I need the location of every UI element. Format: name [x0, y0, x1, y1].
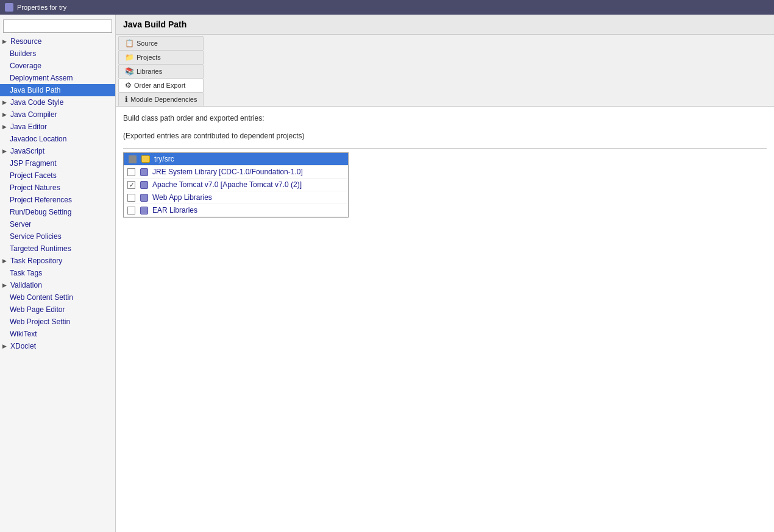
classpath-item-apache-tomcat[interactable]: ✓Apache Tomcat v7.0 [Apache Tomcat v7.0 …	[124, 179, 348, 191]
tab-icon-module-dependencies: ℹ	[125, 95, 128, 104]
tab-projects[interactable]: 📁Projects	[118, 50, 204, 64]
sidebar-item-builders[interactable]: Builders	[0, 48, 115, 60]
sidebar-item-javadoc-location[interactable]: Javadoc Location	[0, 133, 115, 145]
sidebar-item-deployment-assembly[interactable]: Deployment Assem	[0, 72, 115, 84]
tab-libraries[interactable]: 📚Libraries	[118, 64, 204, 78]
sidebar-item-targeted-runtimes[interactable]: Targeted Runtimes	[0, 243, 115, 255]
sidebar-item-service-policies[interactable]: Service Policies	[0, 230, 115, 243]
src-icon	[127, 155, 137, 163]
sidebar-item-label: Java Build Path	[10, 86, 60, 94]
sidebar-item-label: Validation	[10, 281, 42, 289]
sidebar-item-label: Project Natures	[10, 183, 60, 192]
sidebar-item-label: Task Repository	[10, 257, 62, 265]
sidebar-item-javascript[interactable]: ▶JavaScript	[0, 145, 115, 157]
sidebar-item-label: XDoclet	[10, 342, 36, 350]
lib-icon-try-src	[141, 155, 151, 163]
sidebar-item-java-build-path[interactable]: Java Build Path	[0, 84, 115, 96]
tab-icon-source: 📋	[125, 39, 134, 48]
tab-icon-projects: 📁	[125, 53, 134, 62]
sidebar-item-web-project-settings[interactable]: Web Project Settin	[0, 316, 115, 328]
expand-arrow-icon: ▶	[2, 343, 7, 349]
sidebar-item-java-editor[interactable]: ▶Java Editor	[0, 121, 115, 133]
sidebar-item-jsp-fragment[interactable]: JSP Fragment	[0, 157, 115, 169]
classpath-item-label-try-src: try/src	[154, 155, 174, 163]
sidebar-search-input[interactable]	[3, 20, 112, 33]
classpath-item-ear-libs[interactable]: EAR Libraries	[124, 204, 348, 217]
main-content: Java Build Path 📋Source📁Projects📚Librari…	[116, 15, 774, 532]
sidebar-item-java-compiler[interactable]: ▶Java Compiler	[0, 108, 115, 121]
sidebar-item-label: Server	[10, 220, 31, 229]
lib-icon-jre-system	[139, 168, 149, 176]
sidebar-item-label: Run/Debug Setting	[10, 208, 71, 216]
sidebar-item-validation[interactable]: ▶Validation	[0, 279, 115, 291]
tab-label-libraries: Libraries	[137, 68, 162, 75]
sidebar-item-xdoclet[interactable]: ▶XDoclet	[0, 340, 115, 352]
sidebar-item-label: Builders	[10, 49, 36, 58]
tab-source[interactable]: 📋Source	[118, 36, 204, 50]
sidebar-item-label: JavaScript	[10, 147, 44, 155]
lib-icon-apache-tomcat	[139, 180, 149, 189]
sidebar-item-label: Task Tags	[10, 269, 42, 277]
tabs-bar: 📋Source📁Projects📚Libraries⚙Order and Exp…	[116, 35, 774, 107]
description-line2: (Exported entries are contributed to dep…	[123, 130, 767, 142]
sidebar-item-label: Web Content Settin	[10, 293, 73, 302]
sidebar-item-project-facets[interactable]: Project Facets	[0, 169, 115, 182]
tab-label-order-export: Order and Export	[134, 82, 185, 89]
expand-arrow-icon: ▶	[2, 148, 7, 154]
classpath-item-web-app-libs[interactable]: Web App Libraries	[124, 191, 348, 204]
checkbox-jre-system[interactable]	[127, 168, 135, 176]
expand-arrow-icon: ▶	[2, 282, 7, 288]
checkbox-ear-libs[interactable]	[127, 207, 135, 215]
sidebar-item-wikitext[interactable]: WikiText	[0, 328, 115, 340]
sidebar-item-label: Deployment Assem	[10, 74, 73, 82]
expand-arrow-icon: ▶	[2, 99, 7, 105]
tab-label-projects: Projects	[137, 54, 161, 61]
title-bar-text: Properties for try	[17, 4, 66, 11]
sidebar-item-label: Targeted Runtimes	[10, 244, 71, 253]
tab-icon-libraries: 📚	[125, 67, 134, 76]
tab-label-module-dependencies: Module Dependencies	[130, 96, 197, 103]
sidebar-item-project-natures[interactable]: Project Natures	[0, 182, 115, 194]
sidebar-item-resource[interactable]: ▶Resource	[0, 35, 115, 48]
lib-icon-ear-libs	[139, 206, 149, 215]
sidebar-item-label: Java Compiler	[10, 110, 57, 119]
sidebar-item-label: Coverage	[10, 62, 41, 70]
checkbox-web-app-libs[interactable]	[127, 194, 135, 202]
sidebar-item-task-tags[interactable]: Task Tags	[0, 267, 115, 279]
classpath-item-label-web-app-libs: Web App Libraries	[152, 193, 212, 202]
sidebar-item-label: Service Policies	[10, 232, 62, 241]
checkbox-apache-tomcat[interactable]: ✓	[127, 181, 135, 189]
tabs-container: 📋Source📁Projects📚Libraries⚙Order and Exp…	[118, 36, 204, 106]
sidebar-item-coverage[interactable]: Coverage	[0, 60, 115, 72]
content-area: ▶ResourceBuildersCoverageDeployment Asse…	[0, 15, 774, 532]
sidebar-item-label: Resource	[10, 37, 41, 46]
sidebar-item-server[interactable]: Server	[0, 218, 115, 230]
sidebar-item-label: Project Facets	[10, 171, 57, 180]
classpath-item-label-ear-libs: EAR Libraries	[152, 206, 197, 215]
classpath-items-container: try/srcJRE System Library [CDC-1.0/Found…	[124, 153, 348, 217]
sidebar-item-label: JSP Fragment	[10, 159, 56, 168]
tab-icon-order-export: ⚙	[125, 81, 132, 90]
sidebar-item-web-content-settings[interactable]: Web Content Settin	[0, 291, 115, 303]
sidebar-item-web-page-editor[interactable]: Web Page Editor	[0, 303, 115, 316]
sidebar-item-run-debug-settings[interactable]: Run/Debug Setting	[0, 206, 115, 218]
sidebar-item-task-repository[interactable]: ▶Task Repository	[0, 255, 115, 267]
classpath-item-try-src[interactable]: try/src	[124, 153, 348, 166]
main-window: ▶ResourceBuildersCoverageDeployment Asse…	[0, 15, 774, 532]
page-title: Java Build Path	[116, 15, 774, 35]
tab-label-source: Source	[137, 40, 158, 47]
tab-order-export[interactable]: ⚙Order and Export	[118, 78, 204, 93]
sidebar-item-label: Javadoc Location	[10, 135, 66, 143]
sidebar-item-java-code-style[interactable]: ▶Java Code Style	[0, 96, 115, 108]
expand-arrow-icon: ▶	[2, 124, 7, 130]
sidebar-items-container: ▶ResourceBuildersCoverageDeployment Asse…	[0, 35, 115, 352]
sidebar-item-label: Web Project Settin	[10, 317, 70, 326]
sidebar-item-label: Web Page Editor	[10, 305, 65, 314]
sidebar-item-project-references[interactable]: Project References	[0, 194, 115, 206]
tab-module-dependencies[interactable]: ℹModule Dependencies	[118, 92, 204, 106]
classpath-item-label-jre-system: JRE System Library [CDC-1.0/Foundation-1…	[152, 168, 303, 176]
window-icon	[5, 3, 13, 12]
classpath-item-jre-system[interactable]: JRE System Library [CDC-1.0/Foundation-1…	[124, 166, 348, 179]
sidebar-item-label: Project References	[10, 196, 72, 204]
expand-arrow-icon: ▶	[2, 258, 7, 264]
